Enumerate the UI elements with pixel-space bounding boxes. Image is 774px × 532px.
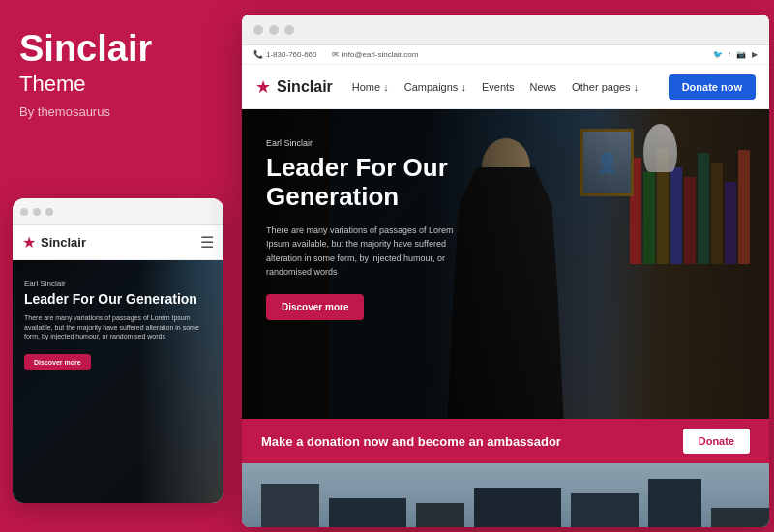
mobile-logo: ★ Sinclair bbox=[22, 233, 86, 251]
nav-campaigns[interactable]: Campaigns ↓ bbox=[404, 81, 466, 93]
browser-dot-1 bbox=[253, 25, 263, 35]
building-2 bbox=[329, 498, 406, 527]
phone-text: 1-830-760-660 bbox=[266, 50, 316, 59]
site-hero: 👤 Earl Sinclair Leader For Our Generatio… bbox=[242, 109, 769, 419]
mobile-hero-tag: Earl Sinclair bbox=[24, 280, 212, 288]
star-icon: ★ bbox=[22, 233, 36, 251]
donation-bar-text: Make a donation now and become an ambass… bbox=[261, 434, 668, 449]
hero-title: Leader For Our Generation bbox=[266, 154, 469, 212]
nav-other-pages[interactable]: Other pages ↓ bbox=[572, 81, 639, 93]
site-logo-text: Sinclair bbox=[277, 78, 333, 96]
hero-tag: Earl Sinclair bbox=[266, 138, 469, 148]
nav-home[interactable]: Home ↓ bbox=[352, 81, 389, 93]
mobile-logo-text: Sinclair bbox=[41, 235, 86, 250]
city-section bbox=[242, 463, 769, 527]
left-panel: Sinclair Theme By themosaurus ★ Sinclair… bbox=[0, 0, 237, 532]
hero-discover-button[interactable]: Discover more bbox=[266, 294, 364, 320]
phone-icon: 📞 bbox=[253, 50, 263, 59]
dot-1 bbox=[20, 208, 28, 216]
nav-events[interactable]: Events bbox=[482, 81, 515, 93]
mobile-discover-button[interactable]: Discover more bbox=[24, 354, 91, 370]
browser-dot-2 bbox=[269, 25, 279, 35]
brand-title: Sinclair bbox=[19, 29, 218, 70]
building-1 bbox=[261, 484, 319, 527]
building-4 bbox=[474, 488, 561, 527]
city-buildings bbox=[242, 479, 769, 527]
building-5 bbox=[571, 493, 639, 527]
mobile-hero-title: Leader For Our Generation bbox=[24, 291, 212, 308]
email-contact: ✉ info@earl-sinclair.com bbox=[332, 50, 418, 59]
donation-bar-button[interactable]: Donate bbox=[683, 429, 750, 454]
hero-body-text: There are many variations of passages of… bbox=[266, 223, 469, 280]
nav-items: Home ↓ Campaigns ↓ Events News Other pag… bbox=[352, 81, 669, 93]
nav-news[interactable]: News bbox=[530, 81, 557, 93]
by-line: By themosaurus bbox=[19, 104, 218, 119]
mobile-hero: Earl Sinclair Leader For Our Generation … bbox=[13, 260, 223, 503]
browser-dot-3 bbox=[284, 25, 294, 35]
dot-2 bbox=[33, 208, 41, 216]
site-navbar: ★ Sinclair Home ↓ Campaigns ↓ Events New… bbox=[242, 65, 769, 109]
brand-subtitle: Theme bbox=[19, 72, 218, 97]
instagram-icon[interactable]: 📷 bbox=[736, 50, 746, 59]
youtube-icon[interactable]: ▶ bbox=[752, 50, 758, 59]
donation-bar: Make a donation now and become an ambass… bbox=[242, 419, 769, 463]
site-topbar: 📞 1-830-760-660 ✉ info@earl-sinclair.com… bbox=[242, 45, 769, 65]
social-icons: 🐦 f 📷 ▶ bbox=[713, 50, 758, 59]
hero-content: Earl Sinclair Leader For Our Generation … bbox=[266, 138, 469, 320]
mobile-hero-body: There are many variations of passages of… bbox=[24, 313, 212, 341]
email-icon: ✉ bbox=[332, 50, 339, 59]
browser-topbar bbox=[242, 15, 769, 45]
dot-3 bbox=[45, 208, 53, 216]
browser-mockup: 📞 1-830-760-660 ✉ info@earl-sinclair.com… bbox=[242, 15, 769, 527]
building-7 bbox=[711, 508, 769, 527]
facebook-icon[interactable]: f bbox=[729, 50, 730, 59]
site-logo: ★ Sinclair bbox=[255, 76, 333, 98]
nav-donate-button[interactable]: Donate now bbox=[669, 74, 756, 100]
mobile-topbar bbox=[13, 198, 223, 225]
mobile-hero-content: Earl Sinclair Leader For Our Generation … bbox=[24, 280, 212, 370]
email-text: info@earl-sinclair.com bbox=[342, 50, 418, 59]
twitter-icon[interactable]: 🐦 bbox=[713, 50, 723, 59]
hamburger-icon[interactable]: ☰ bbox=[200, 233, 214, 251]
site-star-icon: ★ bbox=[255, 76, 271, 98]
building-6 bbox=[648, 479, 701, 527]
phone-contact: 📞 1-830-760-660 bbox=[253, 50, 316, 59]
mobile-preview: ★ Sinclair ☰ Earl Sinclair Leader For Ou… bbox=[13, 198, 223, 503]
building-3 bbox=[416, 503, 464, 527]
mobile-navbar: ★ Sinclair ☰ bbox=[13, 225, 223, 260]
